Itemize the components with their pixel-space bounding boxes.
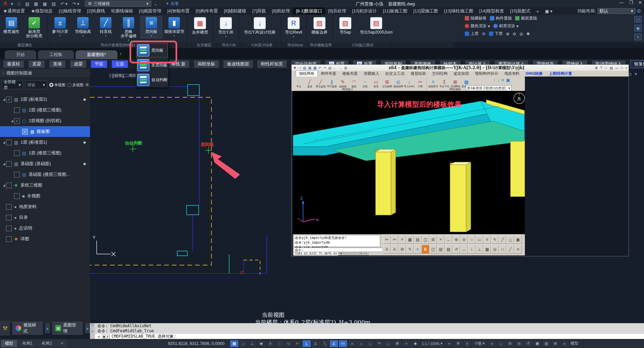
ribbon-button-楼板边界[interactable]: ▨楼板边界 xyxy=(309,16,330,36)
yjk-toolbar1-icon-11[interactable]: ○ xyxy=(468,235,476,244)
menu-tab-19[interactable]: [15]装配式 xyxy=(507,7,534,15)
yjk-toolbar2-icon-1[interactable]: A xyxy=(391,245,398,254)
status-icon-b14[interactable]: ⊠ xyxy=(393,340,401,347)
base-map-button[interactable]: ▤底图管理 xyxy=(52,321,83,335)
expand-arrow-icon[interactable]: ◢ xyxy=(2,141,6,144)
viewport-toggle-icon[interactable]: ▢ xyxy=(634,16,642,23)
yjk-coord-btn-1[interactable]: ▣ xyxy=(339,252,343,255)
toolbar-button-直墙[interactable]: 直墙 xyxy=(49,60,65,68)
tree-checkbox[interactable] xyxy=(6,204,12,210)
menu-image-dropdown-icon[interactable]: ▣ ▾ xyxy=(542,8,555,14)
layout-tab-布局1[interactable]: 布局1 xyxy=(18,340,37,347)
document-tab-3[interactable]: 新建图纸* xyxy=(76,50,117,59)
document-tab-1[interactable]: 开始 xyxy=(5,50,36,59)
toolbar-button-直梁[interactable]: 直梁 xyxy=(29,60,45,68)
yjk-coord-btn-6[interactable]: ⊕ xyxy=(364,252,368,255)
status-icon2-1[interactable]: ⚙ xyxy=(454,340,462,347)
menu-item-自动判断[interactable]: 自动判断 xyxy=(136,72,168,87)
yjk-floor-up-icon[interactable]: ↑ xyxy=(493,78,495,83)
status-icon-b9[interactable]: ≡ xyxy=(348,340,356,347)
yjk-save-icon[interactable]: ▦ xyxy=(308,66,311,70)
yjk-standard-floor-icon[interactable]: ▣ xyxy=(506,78,510,83)
status-icon-b8[interactable]: ▭ xyxy=(339,340,347,347)
yjk-toolbar1-icon-15[interactable]: ╱ xyxy=(499,235,506,244)
status-icon3-1[interactable]: □ xyxy=(497,340,505,347)
yjk-target-icon[interactable]: ⊕ xyxy=(595,66,598,70)
menu-tab-10[interactable]: [7]荷载 xyxy=(249,7,269,15)
ribbon-button-墙按深梁导[interactable]: ▮墙按深梁导▾ xyxy=(163,16,185,38)
tree-checkbox[interactable] xyxy=(6,183,12,188)
model-space-label[interactable]: 模型 xyxy=(571,341,579,346)
toolbar-button-垂直柱[interactable]: 垂直柱 xyxy=(3,60,24,68)
tree-item-1层 (标准层1)[interactable]: ◢▥1层 (标准层1)★ xyxy=(0,137,90,148)
tree-item-详图[interactable]: ❖详图 xyxy=(0,234,90,244)
yjk-toolbar2-icon-3[interactable]: ✎ xyxy=(406,245,414,254)
menu-tab-11[interactable]: [8]前处理 xyxy=(269,7,293,15)
doc-restore-icon[interactable]: □ xyxy=(629,72,631,77)
status-icon-b2[interactable]: ∪ xyxy=(285,340,293,347)
yjk-coord-btn-4[interactable]: › xyxy=(354,252,358,255)
yjk-toolbar1-icon-10[interactable]: ⊖ xyxy=(460,235,468,244)
menu-tab-15[interactable]: [11]板施工图 xyxy=(380,7,410,15)
status-icon-3[interactable]: ◉ xyxy=(257,340,265,347)
yjk-tab-预制构件拆分[interactable]: 预制构件拆分 xyxy=(472,71,501,77)
yjk-tool-节点下传[interactable]: ↧节点下传 xyxy=(439,77,450,91)
status-icon3-2[interactable]: ⊟ xyxy=(506,340,514,347)
restore-button[interactable]: ❐ xyxy=(629,0,633,5)
status-icon3-6[interactable]: ▥ xyxy=(542,340,550,347)
yjk-new-icon[interactable]: □ xyxy=(299,66,301,70)
yjk-tool-平行直线[interactable]: ∥平行直线 xyxy=(326,77,337,91)
yjk-floor-down-icon[interactable]: ↓ xyxy=(497,78,500,83)
yjk-command-history[interactable]: 命令yjk_importydb是无效命令!命令:yjk_importydb命令:… xyxy=(294,235,380,247)
yjk-toolbar2-icon-7[interactable]: ▤ xyxy=(437,245,445,254)
workspace-extra-dropdown[interactable]: ⌄ xyxy=(154,1,157,6)
menu-tab-16[interactable]: [12]梁施工图 xyxy=(410,7,441,15)
toolbar-button-立面[interactable]: 立面 xyxy=(112,60,128,68)
function-layout-selector[interactable]: 默认▾ xyxy=(597,8,636,14)
upper-floor-button[interactable]: 上层 xyxy=(465,31,479,37)
yjk-tool-矩形[interactable]: ▭矩形 xyxy=(370,77,382,91)
command-panel-gutter[interactable]: ⣿✕ xyxy=(90,323,95,339)
menu-tab-17[interactable]: [13]墙柱施工图 xyxy=(441,7,476,15)
tree-item-模板图[interactable]: ✓▦模板图 xyxy=(0,126,90,137)
command-options-icon[interactable]: ▣ ▾ xyxy=(102,335,109,339)
status-icon-2[interactable]: ⊥ xyxy=(248,340,256,347)
save-as-icon[interactable]: ▩ xyxy=(43,1,47,6)
tree-checkbox[interactable] xyxy=(6,236,12,242)
single-view-radio[interactable]: 单视图 xyxy=(49,83,65,88)
menu-tab-13[interactable]: [9]后处理 xyxy=(325,7,349,15)
save-icon[interactable]: ▦ xyxy=(34,1,38,6)
tree-item-基础面 (楼层三维图...[interactable]: ▤基础面 (楼层三维图... xyxy=(0,169,90,180)
app-logo-icon[interactable]: A xyxy=(3,1,7,7)
yjk-toolbar1-icon-7[interactable]: + xyxy=(437,235,445,244)
render-button-颜色渲染[interactable]: 颜色渲染▾ xyxy=(465,23,490,29)
yjk-toolbar2-icon-16[interactable]: ╱ xyxy=(506,245,514,254)
yjk-toolbar1-icon-12[interactable]: ▭ xyxy=(476,235,483,244)
yjk-import-icon[interactable]: ← xyxy=(334,66,337,70)
yjk-tool-折线[interactable]: ~折线 xyxy=(359,77,370,91)
menu-tab-2[interactable]: ★模型信息 xyxy=(28,7,56,15)
yjk-toolbar1-icon-5[interactable]: ◫ xyxy=(422,235,429,244)
ribbon-button-导模标高[interactable]: ⊥导模标高▾ xyxy=(72,16,94,38)
open-file-icon[interactable]: ▧ xyxy=(25,1,29,6)
yjk-print-icon[interactable]: ▤ xyxy=(328,66,331,70)
multi-view-radio[interactable]: 多视图 xyxy=(67,83,84,88)
yjk-toolbar1-icon-0[interactable]: ✂ xyxy=(383,235,391,244)
toolbar-button-板虚线图层[interactable]: 板虚线图层 xyxy=(224,60,253,68)
tree-item-基础面 (基础面)[interactable]: ◢▥基础面 (基础面)★ xyxy=(0,158,90,169)
print-icon[interactable]: ▤ xyxy=(52,1,56,6)
status-icon3-7[interactable]: ⊞ xyxy=(551,340,559,347)
tree-item-全视图[interactable]: ■全视图 xyxy=(0,191,90,201)
document-tab-2[interactable]: 工程集 xyxy=(38,50,74,59)
tree-item-2层视图 (剖切框)[interactable]: ◢✓▢2层视图 (剖切框) xyxy=(0,115,90,126)
panel-menu-icon[interactable]: ≡ xyxy=(86,82,89,88)
display-toggle-截面显隐[interactable]: 截面显隐 xyxy=(515,15,537,21)
tree-item-2层 (楼层三维图)[interactable]: ▤2层 (楼层三维图) xyxy=(0,105,90,115)
yjk-star-icon[interactable]: ☆ xyxy=(604,66,607,70)
film-toggle-icon[interactable]: ≡ xyxy=(634,34,642,40)
yjk-tab-地质资料[interactable]: 地质资料 xyxy=(501,71,523,77)
yjk-edit-icon[interactable]: ▩ xyxy=(313,66,316,70)
visual-style-button[interactable]: 视觉样式 xyxy=(12,321,43,335)
display-toggle-隐藏标签[interactable]: 隐藏标签 xyxy=(465,15,487,21)
expand-arrow-icon[interactable]: ◢ xyxy=(2,162,6,165)
